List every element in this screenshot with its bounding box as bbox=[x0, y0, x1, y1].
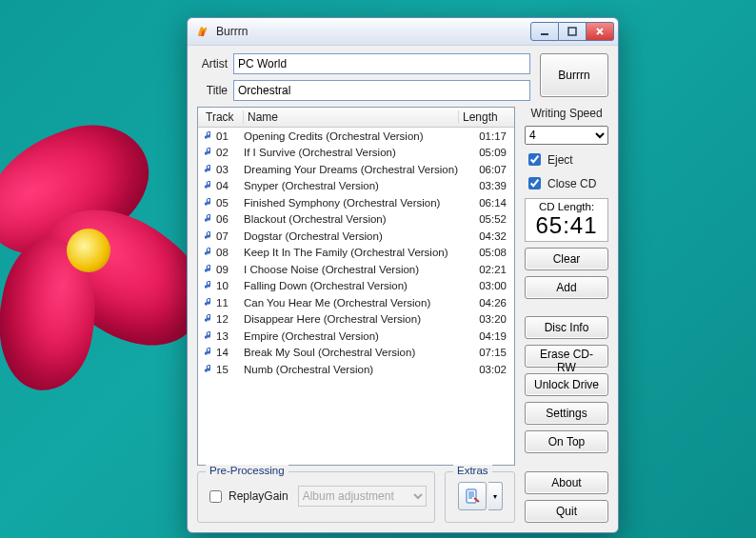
track-length: 03:00 bbox=[459, 280, 508, 291]
track-number: 14 bbox=[216, 347, 229, 358]
close-cd-checkbox-row[interactable]: Close CD bbox=[525, 174, 608, 192]
minimize-icon bbox=[540, 27, 549, 36]
music-note-icon bbox=[204, 264, 213, 275]
quit-button[interactable]: Quit bbox=[525, 500, 608, 523]
track-row[interactable]: 13Empire (Orchestral Version)04:19 bbox=[198, 328, 514, 345]
app-window: Burrrn Artist Title Burrrn bbox=[187, 17, 619, 533]
track-number: 11 bbox=[216, 297, 229, 309]
svg-rect-0 bbox=[541, 33, 548, 35]
burn-button[interactable]: Burrrn bbox=[540, 53, 608, 97]
track-row[interactable]: 06Blackout (Orchestral Version)05:52 bbox=[198, 211, 514, 229]
music-note-icon bbox=[204, 213, 213, 225]
close-button[interactable] bbox=[587, 22, 614, 41]
music-note-icon bbox=[204, 130, 213, 142]
title-label: Title bbox=[197, 84, 233, 97]
track-row[interactable]: 07Dogstar (Orchestral Version)04:32 bbox=[198, 228, 514, 245]
music-note-icon bbox=[204, 330, 213, 342]
cd-length-label: CD Length: bbox=[527, 201, 606, 212]
track-row[interactable]: 04Snyper (Orchestral Version)03:39 bbox=[198, 178, 514, 195]
track-number: 04 bbox=[216, 180, 229, 191]
writing-speed-label: Writing Speed bbox=[525, 107, 608, 120]
music-note-icon bbox=[204, 247, 213, 258]
track-number: 01 bbox=[216, 130, 229, 142]
minimize-button[interactable] bbox=[530, 22, 559, 41]
track-list-header: Track Name Length bbox=[198, 108, 514, 128]
writing-speed-select[interactable]: 4 bbox=[525, 126, 608, 145]
track-name: Dogstar (Orchestral Version) bbox=[244, 230, 459, 242]
track-length: 04:26 bbox=[459, 297, 508, 309]
track-name: Can You Hear Me (Orchestral Version) bbox=[244, 297, 459, 309]
track-name: Blackout (Orchestral Version) bbox=[244, 213, 459, 225]
track-list[interactable]: Track Name Length 01Opening Credits (Orc… bbox=[197, 107, 515, 466]
track-row[interactable]: 09I Choose Noise (Orchestral Version)02:… bbox=[198, 261, 514, 278]
track-row[interactable]: 12Disappear Here (Orchestral Version)03:… bbox=[198, 311, 514, 329]
track-number: 02 bbox=[216, 147, 229, 158]
track-name: Keep It In The Family (Orchestral Versio… bbox=[244, 247, 459, 258]
track-row[interactable]: 02If I Survive (Orchestral Version)05:09 bbox=[198, 145, 514, 162]
artist-input[interactable] bbox=[233, 53, 530, 74]
track-number: 03 bbox=[216, 164, 229, 175]
about-button[interactable]: About bbox=[525, 471, 608, 494]
replaygain-label: ReplayGain bbox=[229, 489, 288, 503]
track-name: Opening Credits (Orchestral Version) bbox=[244, 130, 459, 142]
col-length[interactable]: Length bbox=[459, 110, 508, 124]
clear-button[interactable]: Clear bbox=[525, 248, 608, 270]
track-number: 07 bbox=[216, 230, 229, 242]
close-cd-checkbox[interactable] bbox=[528, 177, 541, 189]
track-name: Falling Down (Orchestral Version) bbox=[244, 280, 459, 291]
track-length: 05:09 bbox=[459, 147, 508, 158]
extras-group: Extras ▾ bbox=[445, 471, 515, 523]
track-length: 04:32 bbox=[459, 230, 508, 242]
disc-info-button[interactable]: Disc Info bbox=[525, 316, 608, 339]
track-length: 03:20 bbox=[459, 313, 508, 325]
music-note-icon bbox=[204, 147, 213, 158]
track-length: 07:15 bbox=[459, 347, 508, 358]
settings-button[interactable]: Settings bbox=[525, 402, 608, 425]
track-number: 12 bbox=[216, 313, 229, 325]
col-name[interactable]: Name bbox=[244, 110, 459, 124]
track-number: 08 bbox=[216, 247, 229, 258]
music-note-icon bbox=[204, 230, 213, 242]
replaygain-checkbox[interactable] bbox=[209, 490, 222, 503]
track-number: 09 bbox=[216, 264, 229, 275]
col-track[interactable]: Track bbox=[202, 110, 244, 124]
extras-button[interactable] bbox=[458, 482, 487, 510]
title-input[interactable] bbox=[233, 80, 530, 101]
track-number: 06 bbox=[216, 213, 229, 225]
replaygain-mode-select: Album adjustment bbox=[298, 486, 427, 507]
music-note-icon bbox=[204, 313, 213, 325]
track-length: 04:19 bbox=[459, 330, 508, 342]
track-row[interactable]: 01Opening Credits (Orchestral Version)01… bbox=[198, 128, 514, 145]
erase-cdrw-button[interactable]: Erase CD-RW bbox=[525, 345, 608, 368]
track-name: Numb (Orchestral Version) bbox=[244, 364, 459, 375]
track-row[interactable]: 15Numb (Orchestral Version)03:02 bbox=[198, 361, 514, 378]
extras-legend: Extras bbox=[453, 465, 492, 476]
track-row[interactable]: 05Finished Symphony (Orchestral Version)… bbox=[198, 194, 514, 211]
extras-dropdown-button[interactable]: ▾ bbox=[488, 482, 503, 510]
track-number: 15 bbox=[216, 364, 229, 375]
extras-icon bbox=[464, 488, 481, 505]
track-name: Snyper (Orchestral Version) bbox=[244, 180, 459, 191]
replaygain-checkbox-row[interactable]: ReplayGain bbox=[206, 488, 288, 506]
track-row[interactable]: 11Can You Hear Me (Orchestral Version)04… bbox=[198, 294, 514, 311]
eject-checkbox-row[interactable]: Eject bbox=[525, 150, 608, 169]
music-note-icon bbox=[204, 164, 213, 175]
add-button[interactable]: Add bbox=[525, 276, 608, 299]
track-row[interactable]: 14Break My Soul (Orchestral Version)07:1… bbox=[198, 345, 514, 362]
track-length: 06:14 bbox=[459, 197, 508, 209]
pre-processing-group: Pre-Processing ReplayGain Album adjustme… bbox=[197, 471, 435, 523]
track-length: 03:39 bbox=[459, 180, 508, 191]
track-row[interactable]: 10Falling Down (Orchestral Version)03:00 bbox=[198, 278, 514, 295]
titlebar[interactable]: Burrrn bbox=[188, 18, 618, 46]
track-length: 06:07 bbox=[459, 164, 508, 175]
track-name: Finished Symphony (Orchestral Version) bbox=[244, 197, 459, 209]
maximize-icon bbox=[567, 27, 577, 36]
music-note-icon bbox=[204, 347, 213, 358]
unlock-drive-button[interactable]: Unlock Drive bbox=[525, 373, 608, 396]
track-name: If I Survive (Orchestral Version) bbox=[244, 147, 459, 158]
track-row[interactable]: 08Keep It In The Family (Orchestral Vers… bbox=[198, 245, 514, 262]
on-top-button[interactable]: On Top bbox=[525, 430, 608, 453]
maximize-button[interactable] bbox=[559, 22, 587, 41]
eject-checkbox[interactable] bbox=[528, 153, 541, 166]
track-row[interactable]: 03Dreaming Your Dreams (Orchestral Versi… bbox=[198, 161, 514, 178]
